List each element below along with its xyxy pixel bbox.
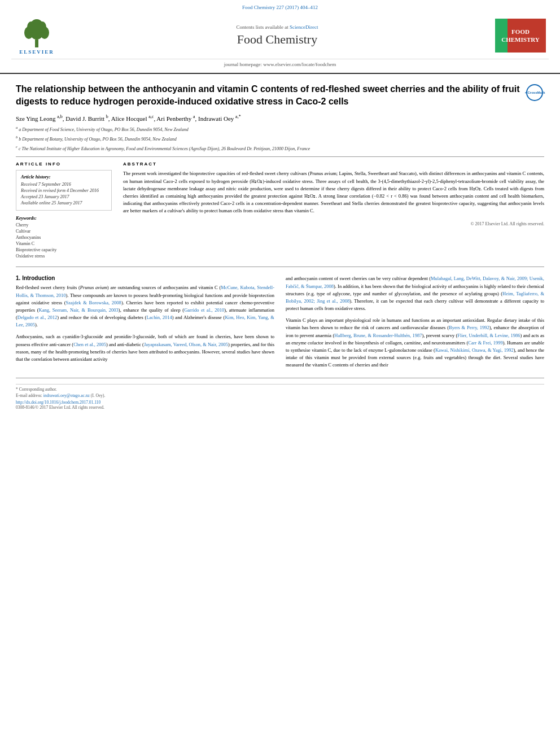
affiliation-a: a a Department of Food Science, Universi… <box>16 125 544 133</box>
crossmark-icon: ✓CrossMark <box>526 84 543 101</box>
author-sze: Sze Ying Leong <box>16 115 57 121</box>
journal-title-block: Contents lists available at ScienceDirec… <box>62 24 492 47</box>
copyright-line: © 2017 Elsevier Ltd. All rights reserved… <box>123 219 544 226</box>
keyword-vitaminc: Vitamin C <box>16 241 112 246</box>
keywords-title: Keywords: <box>16 215 112 221</box>
article-info-column: ARTICLE INFO Article history: Received 7… <box>16 161 112 260</box>
history-available: Available online 25 January 2017 <box>21 200 107 206</box>
article-title: The relationship between the anthocyanin… <box>16 83 520 108</box>
body-left-column: 1. Introduction Red-fleshed sweet cherry… <box>16 275 274 373</box>
corresponding-note: * Corresponding author. <box>16 387 544 392</box>
body-para3: and anthocyanin content of sweet cherrie… <box>286 275 544 312</box>
elsevier-brand-text: ELSEVIER <box>19 49 54 55</box>
journal-homepage: journal homepage: www.elsevier.com/locat… <box>11 59 549 69</box>
footer-divider <box>16 378 544 378</box>
affiliations-block: a a Department of Food Science, Universi… <box>16 125 544 152</box>
svg-point-4 <box>27 21 35 33</box>
crossmark-logo: ✓CrossMark <box>526 84 544 102</box>
affiliation-c: c c The National Institute of Higher Edu… <box>16 144 544 152</box>
abstract-column: ABSTRACT The present work investigated t… <box>123 161 544 260</box>
keyword-oxidative: Oxidative stress <box>16 254 112 259</box>
email-note: E-mail address: indrawati.oey@otago.ac.n… <box>16 393 544 398</box>
doi-link[interactable]: http://dx.doi.org/10.1016/j.foodchem.201… <box>16 400 100 405</box>
email-person: (I. Oey). <box>91 393 106 398</box>
abstract-text: The present work investigated the biopro… <box>123 170 544 215</box>
body-right-column: and anthocyanin content of sweet cherrie… <box>286 275 544 373</box>
body-para1: Red-fleshed sweet cherry fruits (Prunus … <box>16 284 274 329</box>
title-section: The relationship between the anthocyanin… <box>16 83 544 108</box>
journal-header: Food Chemistry 227 (2017) 404–412 ELSEVI… <box>0 0 560 74</box>
section1-title: Introduction <box>22 275 55 281</box>
keyword-cultivar: Cultivar <box>16 229 112 234</box>
section1-number: 1. <box>16 275 20 281</box>
keywords-section: Keywords: Cherry Cultivar Anthocyanins V… <box>16 215 112 259</box>
journal-volume-info: Food Chemistry 227 (2017) 404–412 <box>11 5 549 10</box>
body-para4: Vitamin C plays an important physiologic… <box>286 317 544 369</box>
history-revised: Received in revised form 4 December 2016 <box>21 188 107 193</box>
email-label: E-mail address: <box>16 393 42 398</box>
elsevier-logo: ELSEVIER <box>11 17 62 55</box>
issn-line: 0308-8146/© 2017 Elsevier Ltd. All right… <box>16 405 544 410</box>
sciencedirect-link[interactable]: ScienceDirect <box>290 24 318 30</box>
page-wrapper: Food Chemistry 227 (2017) 404–412 ELSEVI… <box>0 0 560 422</box>
keyword-cherry: Cherry <box>16 222 112 228</box>
section-divider <box>16 156 544 157</box>
body-para2: Anthocyanins, such as cyanidin-3-glucosi… <box>16 333 274 363</box>
history-title: Article history: <box>21 174 107 180</box>
affiliation-b: b b Department of Botany, University of … <box>16 134 544 143</box>
food-chemistry-logo: FOODCHEMISTRY <box>492 16 549 55</box>
elsevier-tree-icon <box>20 17 54 48</box>
fc-logo-box: FOODCHEMISTRY <box>495 19 546 53</box>
keyword-anthocyanins: Anthocyanins <box>16 235 112 240</box>
article-info-heading: ARTICLE INFO <box>16 161 112 167</box>
history-received: Received 7 September 2016 <box>21 182 107 187</box>
section1-heading: 1. Introduction <box>16 275 274 281</box>
article-history-box: Article history: Received 7 September 20… <box>16 170 112 211</box>
homepage-text: journal homepage: www.elsevier.com/locat… <box>224 62 336 67</box>
doi-line: http://dx.doi.org/10.1016/j.foodchem.201… <box>16 400 544 405</box>
fc-logo-text: FOODCHEMISTRY <box>501 28 539 44</box>
history-accepted: Accepted 23 January 2017 <box>21 194 107 199</box>
article-content: The relationship between the anthocyanin… <box>0 74 560 422</box>
contents-available-text: Contents lists available at ScienceDirec… <box>62 24 492 30</box>
keyword-bioprotective: Bioprotective capacity <box>16 247 112 252</box>
email-address[interactable]: indrawati.oey@otago.ac.nz <box>43 393 90 398</box>
journal-title: Food Chemistry <box>62 32 492 47</box>
journal-volume-text: Food Chemistry 227 (2017) 404–412 <box>242 5 318 10</box>
corresponding-label: * Corresponding author. <box>16 387 57 392</box>
header-middle-row: ELSEVIER Contents lists available at Sci… <box>11 12 549 59</box>
body-content: 1. Introduction Red-fleshed sweet cherry… <box>16 275 544 373</box>
abstract-heading: ABSTRACT <box>123 161 544 167</box>
svg-point-5 <box>38 21 46 33</box>
authors-line: Sze Ying Leong a,b, David J. Burritt b, … <box>16 114 544 122</box>
article-footer: * Corresponding author. E-mail address: … <box>16 384 544 410</box>
article-info-abstract-section: ARTICLE INFO Article history: Received 7… <box>16 161 544 260</box>
svg-rect-0 <box>35 40 38 47</box>
body-divider <box>16 267 544 267</box>
